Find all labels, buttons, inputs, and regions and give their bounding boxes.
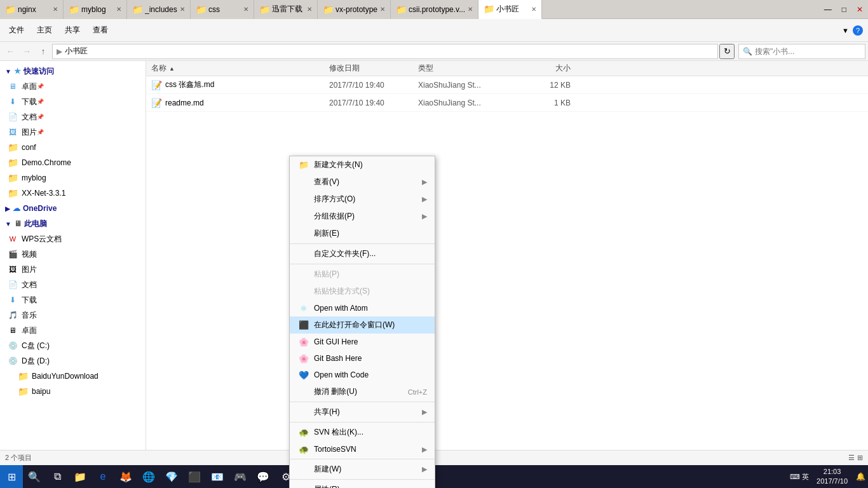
sidebar-item-ddrive[interactable]: 💿 D盘 (D:): [0, 353, 146, 369]
app1-taskbar-btn[interactable]: 🎮: [229, 465, 252, 488]
sidebar-item-download2[interactable]: ⬇ 下载: [0, 292, 146, 308]
tab-close-csii[interactable]: ✕: [468, 6, 473, 13]
sidebar-item-video[interactable]: 🎬 视频: [0, 247, 146, 262]
cm-sort[interactable]: 排序方式(O) ▶: [290, 191, 435, 208]
tab-close-myblog[interactable]: ✕: [116, 6, 121, 13]
wechat-taskbar-btn[interactable]: 💬: [252, 465, 275, 488]
cm-customize[interactable]: 自定义文件夹(F)...: [290, 245, 435, 262]
file-row-css[interactable]: 📝 css 张鑫旭.md 2017/7/10 19:40 XiaoShuJian…: [146, 76, 868, 94]
cm-open-cmd[interactable]: ⬛ 在此处打开命令窗口(W): [290, 316, 435, 334]
sidebar-item-xxnet[interactable]: 📁 XX-Net-3.3.1: [0, 186, 146, 201]
home-menu-btn[interactable]: 主页: [31, 22, 58, 39]
tab-css[interactable]: 📁 css ✕: [191, 0, 254, 19]
refresh-btn[interactable]: ↻: [719, 44, 735, 59]
list-view-icon[interactable]: ☰: [848, 454, 855, 462]
cm-properties[interactable]: 属性(R): [290, 481, 435, 488]
sidebar-onedrive-header[interactable]: ▶ ☁ OneDrive: [0, 201, 146, 216]
maximize-btn[interactable]: □: [837, 5, 851, 14]
tab-close-xiaoshujian[interactable]: ✕: [531, 6, 536, 13]
search-box[interactable]: 🔍: [738, 44, 865, 59]
sidebar-thispc-header[interactable]: ▼ 🖥 此电脑: [0, 216, 146, 231]
cm-refresh[interactable]: 刷新(E): [290, 225, 435, 242]
cm-undo[interactable]: 撤消 删除(U) Ctrl+Z: [290, 383, 435, 400]
tab-close-includes[interactable]: ✕: [180, 6, 185, 13]
tab-close-nginx[interactable]: ✕: [53, 6, 58, 13]
cm-share[interactable]: 共享(H) ▶: [290, 403, 435, 421]
share-menu-btn[interactable]: 共享: [58, 22, 86, 39]
tab-close-xunlei[interactable]: ✕: [307, 6, 312, 13]
explorer-taskbar-btn[interactable]: 📁: [69, 465, 92, 488]
sidebar-item-pictures[interactable]: 🖼 图片 📌: [0, 125, 146, 140]
sidebar-item-baipu[interactable]: 📁 baipu: [10, 384, 146, 399]
sidebar-item-cdrive[interactable]: 💿 C盘 (C:): [0, 338, 146, 353]
tab-includes[interactable]: 📁 _includes ✕: [127, 0, 191, 19]
cm-paste-shortcut[interactable]: 粘贴快捷方式(S): [290, 283, 435, 300]
chrome-taskbar-btn[interactable]: 🌐: [137, 465, 160, 488]
cm-new-folder[interactable]: 📁 新建文件夹(N): [290, 156, 435, 173]
taskbar-time[interactable]: 21:03 2017/7/10: [811, 467, 853, 487]
search-taskbar-btn[interactable]: 🔍: [23, 465, 46, 488]
terminal-taskbar-btn[interactable]: ⬛: [183, 465, 206, 488]
help-btn[interactable]: ?: [853, 25, 863, 36]
search-input[interactable]: [755, 47, 861, 56]
mail-taskbar-btn[interactable]: 📧: [206, 465, 229, 488]
col-type[interactable]: 类型: [418, 63, 520, 74]
grid-view-icon[interactable]: ⊞: [857, 454, 863, 462]
tab-myblog[interactable]: 📁 myblog ✕: [64, 0, 127, 19]
sidebar-item-download[interactable]: ⬇ 下载 📌: [0, 94, 146, 109]
sidebar-item-conf[interactable]: 📁 conf: [0, 140, 146, 155]
address-bar[interactable]: ▶ 小书匠: [52, 44, 718, 59]
view-menu-btn[interactable]: 查看: [86, 22, 114, 39]
forward-btn[interactable]: →: [19, 44, 34, 59]
tab-label-myblog: myblog: [81, 5, 114, 14]
close-btn[interactable]: ✕: [851, 5, 868, 14]
download2-icon: ⬇: [8, 295, 18, 305]
cm-open-code[interactable]: 💙 Open with Code: [290, 367, 435, 383]
browser-taskbar-btn[interactable]: e: [92, 465, 114, 488]
notification-btn[interactable]: 🔔: [853, 465, 868, 488]
tab-close-vx[interactable]: ✕: [380, 6, 385, 13]
file-row-readme[interactable]: 📝 readme.md 2017/7/10 19:40 XiaoShuJiang…: [146, 94, 868, 112]
up-btn[interactable]: ↑: [36, 44, 51, 59]
sidebar-item-desktop2[interactable]: 🖥 卓面: [0, 323, 146, 338]
task-view-btn[interactable]: ⧉: [46, 465, 69, 488]
sort-arrow: ▲: [169, 65, 175, 72]
col-size[interactable]: 大小: [520, 63, 571, 74]
sidebar-item-documents2[interactable]: 📄 文档: [0, 277, 146, 292]
download-icon: ⬇: [8, 97, 18, 107]
cm-svn[interactable]: 🐢 SVN 检出(K)...: [290, 424, 435, 441]
tab-xunlei[interactable]: 📁 迅雷下载 ✕: [254, 0, 318, 19]
tab-vx-prototype[interactable]: 📁 vx-prototype ✕: [318, 0, 391, 19]
back-btn[interactable]: ←: [3, 44, 18, 59]
sidebar-item-music[interactable]: 🎵 音乐: [0, 308, 146, 323]
tab-csii[interactable]: 📁 csii.prototype.v... ✕: [391, 0, 478, 19]
tab-nginx[interactable]: 📁 nginx ✕: [0, 0, 64, 19]
tab-close-css[interactable]: ✕: [243, 6, 248, 13]
cm-paste[interactable]: 粘贴(P): [290, 266, 435, 283]
minimize-btn[interactable]: —: [819, 5, 837, 14]
firefox-taskbar-btn[interactable]: 🦊: [114, 465, 137, 488]
sidebar-item-wps[interactable]: W WPS云文档: [0, 231, 146, 247]
file-menu-btn[interactable]: 文件: [3, 22, 31, 39]
sidebar-item-myblog[interactable]: 📁 myblog: [0, 170, 146, 186]
cm-undo-label: 撤消 删除(U): [314, 386, 408, 397]
sidebar-item-demo-chrome[interactable]: 📁 Demo.Chrome: [0, 155, 146, 170]
cm-group[interactable]: 分组依据(P) ▶: [290, 208, 435, 225]
sidebar-item-documents[interactable]: 📄 文档 📌: [0, 109, 146, 125]
cm-open-atom[interactable]: ⚛ Open with Atom: [290, 300, 435, 316]
cm-tortoise[interactable]: 🐢 TortoiseSVN ▶: [290, 441, 435, 458]
sidebar-quick-access-header[interactable]: ▼ ★ 快速访问: [0, 64, 146, 79]
start-btn[interactable]: ⊞: [0, 465, 23, 488]
sidebar-item-pictures2[interactable]: 🖼 图片: [0, 262, 146, 277]
collapse-ribbon-btn[interactable]: ▼: [839, 25, 851, 36]
col-date[interactable]: 修改日期: [329, 63, 418, 74]
sidebar-item-desktop[interactable]: 🖥 卓面 📌: [0, 79, 146, 94]
vscode-taskbar-btn[interactable]: 💎: [160, 465, 183, 488]
cm-git-bash[interactable]: 🌸 Git Bash Here: [290, 350, 435, 367]
cm-git-gui[interactable]: 🌸 Git GUI Here: [290, 334, 435, 350]
cm-new[interactable]: 新建(W) ▶: [290, 461, 435, 478]
sidebar-item-baiduyun[interactable]: 📁 BaiduYunDownload: [10, 369, 146, 384]
tab-xiaoshujian[interactable]: 📁 小书匠 ✕: [478, 0, 542, 19]
col-name[interactable]: 名称 ▲: [151, 63, 329, 74]
cm-view[interactable]: 查看(V) ▶: [290, 173, 435, 191]
